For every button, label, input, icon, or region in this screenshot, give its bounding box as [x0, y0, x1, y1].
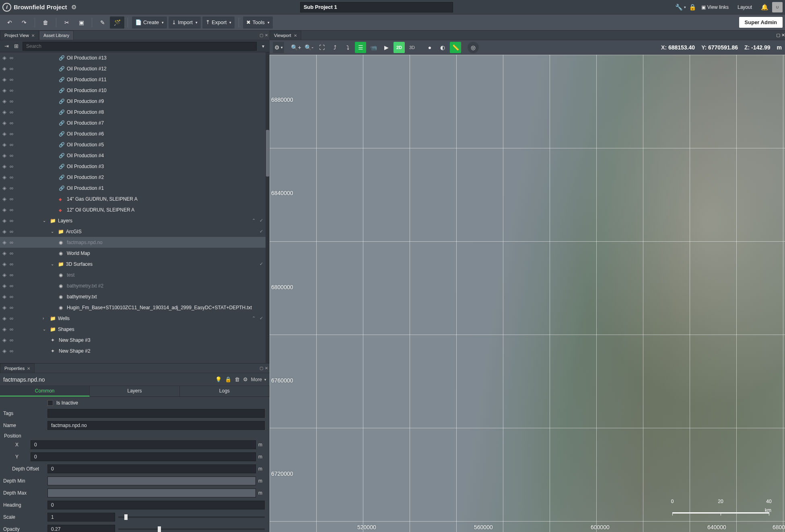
link-icon[interactable]: ∞ [10, 283, 13, 289]
scale-slider-thumb[interactable] [124, 514, 128, 520]
bulb-icon[interactable]: 💡 [215, 376, 222, 382]
chevron-right-icon[interactable]: › [43, 316, 47, 320]
undo-button[interactable]: ↶ [2, 16, 17, 29]
tree-row[interactable]: ◈∞◉test [0, 269, 270, 280]
target-icon[interactable]: ◎ [468, 42, 479, 53]
panel-maximize-icon[interactable]: ▢ [776, 33, 780, 37]
link-icon[interactable]: ∞ [10, 315, 13, 321]
link-icon[interactable]: ∞ [10, 98, 13, 104]
visibility-icon[interactable]: ◈ [2, 294, 6, 300]
check-icon[interactable]: ✓ [260, 261, 263, 267]
link-icon[interactable]: ∞ [10, 348, 13, 354]
download-view-icon[interactable]: ⤵ [342, 42, 353, 53]
tree-row[interactable]: ◈∞🔗Oil Production #1 [0, 183, 270, 193]
visibility-icon[interactable]: ◈ [2, 55, 6, 61]
visibility-icon[interactable]: ◈ [2, 142, 6, 148]
close-tab-icon[interactable]: ✕ [27, 366, 30, 371]
tree-row[interactable]: ◈∞◉factmaps.npd.no [0, 237, 270, 248]
cut-button[interactable]: ✂ [60, 16, 74, 29]
visibility-icon[interactable]: ◈ [2, 163, 6, 169]
panel-maximize-icon[interactable]: ▢ [260, 33, 263, 37]
chevron-down-icon[interactable]: ⌄ [43, 218, 47, 223]
visibility-icon[interactable]: ◈ [2, 315, 6, 321]
tab-project-view[interactable]: Project View ✕ [0, 31, 39, 40]
panel-close-icon[interactable]: ✕ [781, 33, 785, 37]
visibility-icon[interactable]: ◈ [2, 152, 6, 158]
x-input[interactable] [31, 440, 256, 449]
tools-wrench-icon[interactable]: 🔧▾ [676, 2, 686, 12]
props-tab-layers[interactable]: Layers [90, 386, 179, 396]
tree-row[interactable]: ◈∞🔗Oil Production #9 [0, 96, 270, 107]
link-icon[interactable]: ∞ [10, 131, 13, 137]
link-icon[interactable]: ∞ [10, 66, 13, 72]
redo-button[interactable]: ↷ [17, 16, 31, 29]
link-icon[interactable]: ∞ [10, 120, 13, 126]
export-menu[interactable]: ⤒ Export ▾ [202, 16, 235, 29]
view-links-button[interactable]: ▣ View links [698, 3, 732, 11]
layout-button[interactable]: Layout [734, 3, 755, 11]
chevron-down-icon[interactable]: ⌄ [51, 262, 56, 266]
import-menu[interactable]: ⤓ Import ▾ [169, 16, 201, 29]
depth-min-input[interactable] [47, 477, 256, 485]
visibility-icon[interactable]: ◈ [2, 228, 6, 234]
tree-row[interactable]: ◈∞🔗Oil Production #5 [0, 139, 270, 150]
lock-icon[interactable]: 🔒 [688, 2, 698, 12]
tree-row[interactable]: ◈∞⌄📁3D Surfaces✓ [0, 259, 270, 269]
tree-row[interactable]: ◈∞🔗Oil Production #3 [0, 161, 270, 172]
tree-row[interactable]: ◈∞⌄📁Layers⌃✓ [0, 215, 270, 226]
chevron-down-icon[interactable]: ⌄ [43, 327, 47, 331]
visibility-icon[interactable]: ◈ [2, 207, 6, 213]
filter-icon[interactable]: ▾ [258, 41, 268, 51]
tree-row[interactable]: ◈∞✦New Shape #3 [0, 335, 270, 345]
subproject-select[interactable] [300, 2, 453, 12]
tree-row[interactable]: ◈∞🔗Oil Production #8 [0, 107, 270, 117]
visibility-icon[interactable]: ◈ [2, 261, 6, 267]
zoom-in-icon[interactable]: 🔍+ [291, 42, 302, 53]
tree-row[interactable]: ◈∞🔗Oil Production #7 [0, 117, 270, 128]
link-icon[interactable]: ∞ [10, 326, 13, 332]
project-settings-gear-icon[interactable]: ⚙ [69, 2, 79, 12]
fullscreen-icon[interactable]: ⛶ [316, 42, 328, 53]
heading-input[interactable] [47, 501, 265, 509]
link-icon[interactable]: ∞ [10, 87, 13, 93]
link-icon[interactable]: ∞ [10, 239, 13, 245]
panel-close-icon[interactable]: ✕ [265, 366, 268, 370]
tree-row[interactable]: ◈∞🔗Oil Production #4 [0, 150, 270, 161]
collapse-all-icon[interactable]: ⌃ [252, 218, 255, 223]
opacity-input[interactable] [47, 525, 115, 532]
tree-row[interactable]: ◈∞⌄📁ArcGIS✓ [0, 226, 270, 237]
link-icon[interactable]: ∞ [10, 272, 13, 278]
link-icon[interactable]: ∞ [10, 55, 13, 61]
layers-toggle-icon[interactable]: ☰ [355, 42, 366, 53]
link-icon[interactable]: ∞ [10, 218, 13, 224]
link-icon[interactable]: ∞ [10, 152, 13, 158]
superadmin-badge[interactable]: Super Admin [739, 17, 783, 28]
ruler-icon[interactable]: 📏 [450, 42, 461, 53]
collapse-all-icon[interactable]: ⌃ [252, 316, 255, 321]
tree-expand-icon[interactable]: ⇥ [2, 41, 11, 51]
lock-icon[interactable]: 🔒 [225, 376, 231, 382]
name-input[interactable] [47, 421, 265, 430]
wand-button[interactable]: 🪄 [110, 16, 124, 29]
y-input[interactable] [31, 452, 256, 461]
panel-close-icon[interactable]: ✕ [265, 33, 268, 37]
link-icon[interactable]: ∞ [10, 337, 13, 343]
visibility-icon[interactable]: ◈ [2, 120, 6, 126]
user-avatar[interactable]: U [772, 2, 783, 12]
visibility-icon[interactable]: ◈ [2, 348, 6, 354]
link-icon[interactable]: ∞ [10, 76, 13, 82]
mode-3d-button[interactable]: 3D [406, 42, 418, 53]
map-canvas[interactable]: 0 20 40 km 68800006840000680000067600006… [270, 55, 785, 532]
scale-input[interactable] [47, 513, 115, 522]
frame-button[interactable]: ▣ [74, 16, 89, 29]
visibility-icon[interactable]: ◈ [2, 109, 6, 115]
tree-row[interactable]: ◈∞🔗Oil Production #2 [0, 172, 270, 183]
visibility-icon[interactable]: ◈ [2, 250, 6, 256]
depth-offset-input[interactable] [47, 464, 256, 473]
panel-maximize-icon[interactable]: ▢ [260, 366, 263, 370]
visibility-icon[interactable]: ◈ [2, 283, 6, 289]
tree-row[interactable]: ◈∞🔗Oil Production #11 [0, 74, 270, 85]
tree-scrollbar[interactable] [266, 52, 270, 363]
link-icon[interactable]: ∞ [10, 142, 13, 148]
scrollbar-thumb[interactable] [266, 130, 269, 177]
